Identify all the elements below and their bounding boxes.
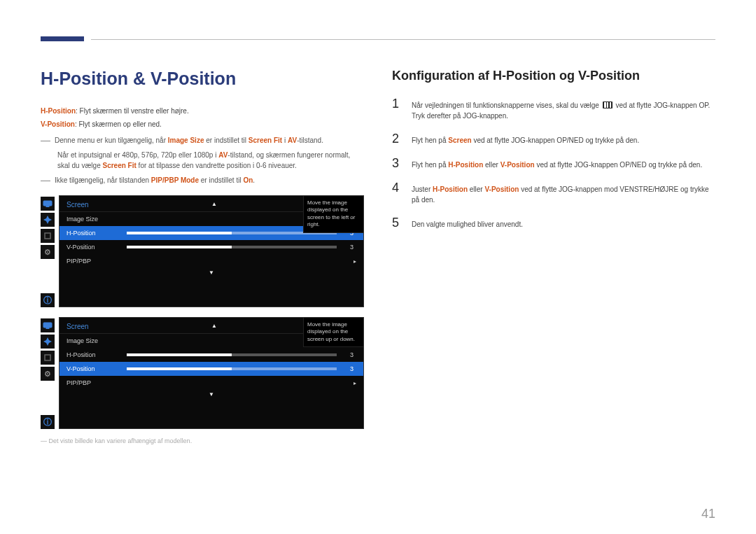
accent-term: H-Position [448, 161, 483, 169]
right-column: Konfiguration af H-Position og V-Positio… [392, 69, 715, 444]
monitor-icon[interactable] [41, 197, 55, 211]
left-column: H-Position & V-Position H-Position: Flyt… [41, 69, 364, 444]
svg-rect-1 [46, 206, 49, 207]
osd-panel: Screen ▲ Image Size Screen Fit H-Positio… [59, 195, 364, 307]
step-text: Juster H-Position eller V-Position ved a… [412, 181, 715, 205]
accent-term: V-Position [500, 161, 535, 169]
gear-icon[interactable]: ⚙ [41, 245, 55, 259]
osd-row-pip[interactable]: PIP/PBP ▸ [59, 376, 363, 390]
svg-rect-4 [43, 323, 52, 328]
osd-tooltip: Move the image displayed on the screen u… [303, 318, 363, 347]
step: 4Juster H-Position eller V-Position ved … [392, 181, 715, 205]
info-icon[interactable]: ⓘ [41, 415, 55, 429]
vposition-label: V-Position [41, 120, 75, 128]
step-list: 1Når vejledningen til funktionsknapperne… [392, 97, 715, 230]
step-text: Flyt hen på H-Position eller V-Position … [412, 157, 702, 170]
osd-row-pip[interactable]: PIP/PBP ▸ [59, 254, 363, 268]
nav-cross-icon[interactable] [41, 213, 55, 227]
osd-menu-vposition: ⚙ ⓘ Screen ▲ Image Size Screen Fit H-Pos… [41, 317, 364, 429]
slider-bar[interactable] [127, 353, 337, 356]
step-text: Når vejledningen til funktionsknapperne … [412, 97, 715, 121]
svg-rect-3 [45, 233, 50, 239]
note-1-sub: Når et inputsignal er 480p, 576p, 720p e… [57, 150, 364, 171]
step-number: 1 [392, 97, 402, 121]
hposition-label: H-Position [41, 107, 76, 115]
caret-down-icon[interactable]: ▼ [59, 268, 363, 279]
step-number: 2 [392, 132, 402, 146]
step: 5Den valgte mulighed bliver anvendt. [392, 216, 715, 230]
step-number: 4 [392, 181, 402, 205]
osd-menu-hposition: ⚙ ⓘ Screen ▲ Image Size Screen Fit H-Pos… [41, 195, 364, 307]
note-1: ― Denne menu er kun tilgængelig, når Ima… [41, 135, 364, 146]
section-title: H-Position & V-Position [41, 69, 364, 89]
svg-marker-2 [43, 216, 52, 224]
osd-row-vposition[interactable]: V-Position 3 [59, 240, 363, 254]
config-title: Konfiguration af H-Position og V-Positio… [392, 69, 715, 83]
caret-down-icon[interactable]: ▼ [59, 390, 363, 401]
step-text: Den valgte mulighed bliver anvendt. [412, 216, 523, 230]
step: 3Flyt hen på H-Position eller V-Position… [392, 157, 715, 170]
square-icon[interactable] [41, 351, 55, 365]
svg-rect-5 [46, 328, 49, 329]
nav-cross-icon[interactable] [41, 335, 55, 349]
accent-term: H-Position [433, 185, 468, 193]
slider-bar[interactable] [127, 367, 337, 370]
osd-row-hposition[interactable]: H-Position 3 [59, 348, 363, 362]
monitor-icon[interactable] [41, 318, 55, 332]
jog-menu-icon [603, 101, 612, 108]
chevron-right-icon: ▸ [354, 258, 356, 265]
accent-term: V-Position [484, 185, 519, 193]
hposition-desc: H-Position: Flyt skærmen til venstre ell… [41, 106, 364, 116]
osd-panel: Screen ▲ Image Size Screen Fit H-Positio… [59, 317, 364, 429]
step-number: 3 [392, 157, 402, 170]
svg-rect-0 [43, 201, 52, 206]
note-2: ― Ikke tilgængelig, når tilstanden PIP/P… [41, 175, 364, 185]
info-icon[interactable]: ⓘ [41, 293, 55, 307]
slider-bar[interactable] [127, 246, 337, 248]
caret-up-icon[interactable]: ▲ [211, 201, 217, 207]
page-number: 41 [701, 507, 715, 521]
square-icon[interactable] [41, 229, 55, 243]
header-accent-bar [41, 36, 84, 41]
vposition-desc: V-Position: Flyt skærmen op eller ned. [41, 119, 364, 129]
dash-icon: ― [41, 175, 50, 185]
gear-icon[interactable]: ⚙ [41, 367, 55, 381]
osd-sidebar: ⚙ ⓘ [41, 317, 55, 429]
osd-row-vposition[interactable]: V-Position 3 [59, 362, 363, 376]
dash-icon: ― [41, 135, 50, 146]
header-divider [91, 39, 715, 40]
step: 1Når vejledningen til funktionsknapperne… [392, 97, 715, 121]
chevron-right-icon: ▸ [354, 380, 356, 386]
accent-term: Screen [448, 136, 471, 144]
model-footnote: Det viste billede kan variere afhængigt … [41, 437, 364, 444]
step: 2Flyt hen på Screen ved at flytte JOG-kn… [392, 132, 715, 146]
svg-marker-6 [43, 337, 52, 346]
step-text: Flyt hen på Screen ved at flytte JOG-kna… [412, 132, 639, 146]
step-number: 5 [392, 216, 402, 230]
caret-up-icon[interactable]: ▲ [211, 323, 217, 329]
svg-rect-7 [45, 355, 50, 360]
osd-tooltip: Move the image displayed on the screen t… [303, 196, 363, 233]
osd-sidebar: ⚙ ⓘ [41, 195, 55, 307]
